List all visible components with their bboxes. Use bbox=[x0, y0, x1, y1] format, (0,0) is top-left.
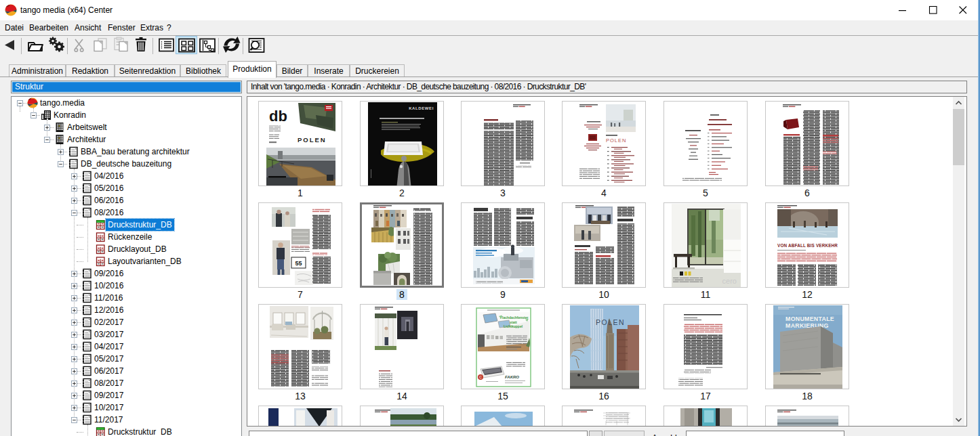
svg-text:Lichtkuppel: Lichtkuppel bbox=[504, 324, 523, 328]
svg-text:55: 55 bbox=[295, 260, 302, 267]
svg-text:MONUMENTALE: MONUMENTALE bbox=[785, 315, 834, 322]
svg-text:C: C bbox=[479, 375, 482, 379]
svg-text:VON ABFALL BIS VERKEHR: VON ABFALL BIS VERKEHR bbox=[777, 243, 838, 248]
svg-text:FAKRO: FAKRO bbox=[505, 375, 519, 379]
svg-text:cero: cero bbox=[722, 277, 737, 285]
svg-text:Flachdachfenster: Flachdachfenster bbox=[500, 315, 528, 320]
svg-text:POLEN: POLEN bbox=[298, 136, 327, 144]
svg-text:KALDEWEI: KALDEWEI bbox=[409, 106, 434, 110]
svg-text:POLEN: POLEN bbox=[596, 318, 625, 326]
svg-text:db: db bbox=[269, 108, 287, 125]
svg-text:POLEN: POLEN bbox=[606, 137, 626, 144]
svg-text:statt: statt bbox=[510, 320, 517, 324]
